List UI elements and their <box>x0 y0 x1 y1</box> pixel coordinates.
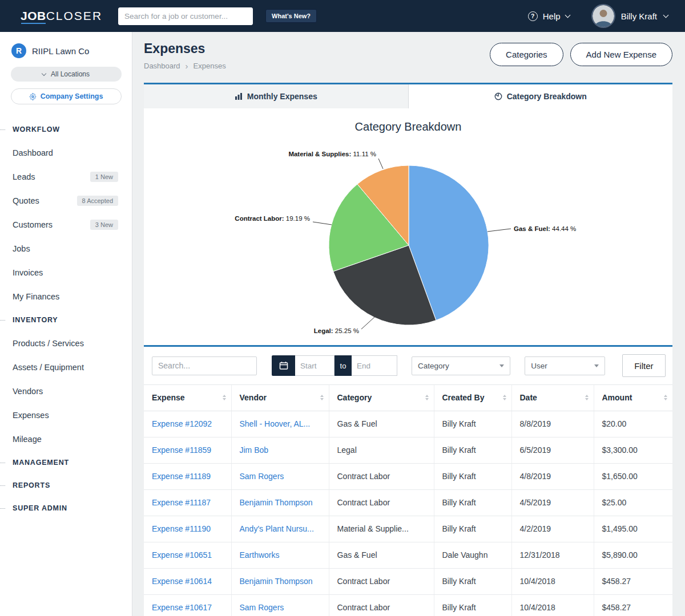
table-search-input[interactable] <box>152 356 257 375</box>
sidebar-item-products-services[interactable]: Products / Services <box>0 331 132 355</box>
cell-expense[interactable]: Expense #11189 <box>144 463 231 489</box>
column-header-vendor[interactable]: Vendor <box>231 385 329 411</box>
category-breakdown-chart: Category Breakdown Gas & Fuel: 44.44 %Le… <box>144 108 672 345</box>
global-search-input[interactable] <box>118 7 253 25</box>
avatar-image <box>593 5 614 27</box>
nav-section-workflow[interactable]: WORKFLOW <box>0 118 132 141</box>
cell-category: Material & Supplie... <box>329 516 434 542</box>
column-header-date[interactable]: Date <box>511 385 594 411</box>
page-actions: Categories Add New Expense <box>490 41 672 66</box>
app-logo[interactable]: JOBCLOSER <box>21 9 102 23</box>
cell-created-by: Billy Kraft <box>434 411 511 437</box>
add-new-expense-button[interactable]: Add New Expense <box>570 43 672 66</box>
dropdown-arrow-icon <box>594 364 599 367</box>
user-select[interactable]: User <box>525 356 605 375</box>
sidebar-item-my-finances[interactable]: My Finances <box>0 285 132 309</box>
calendar-button[interactable] <box>272 355 295 376</box>
nav-section-inventory[interactable]: INVENTORY <box>0 309 132 331</box>
cell-category: Contract Labor <box>329 594 434 616</box>
cell-date: 4/2/2019 <box>511 516 594 542</box>
nav-section-label: INVENTORY <box>13 316 58 324</box>
main-content: Expenses Dashboard › Expenses Categories… <box>133 32 685 616</box>
sidebar-item-jobs[interactable]: Jobs <box>0 237 132 261</box>
cell-vendor[interactable]: Andy's Plant Nursu... <box>231 516 329 542</box>
table-header: ExpenseVendorCategoryCreated ByDateAmoun… <box>144 385 672 411</box>
chevron-down-icon <box>565 12 570 18</box>
column-header-created-by[interactable]: Created By <box>434 385 511 411</box>
cell-expense[interactable]: Expense #10651 <box>144 542 231 568</box>
cell-expense[interactable]: Expense #10614 <box>144 568 231 594</box>
company-settings-label: Company Settings <box>41 92 103 100</box>
sidebar-item-expenses[interactable]: Expenses <box>0 403 132 427</box>
cell-vendor[interactable]: Earthworks <box>231 542 329 568</box>
cell-expense[interactable]: Expense #12092 <box>144 411 231 437</box>
table-row: Expense #11859Jim BobLegalBilly Kraft6/5… <box>144 437 672 463</box>
breadcrumb-dashboard[interactable]: Dashboard <box>144 62 180 70</box>
sidebar-item-customers[interactable]: Customers3 New <box>0 213 132 237</box>
nav-section-super-admin[interactable]: SUPER ADMIN <box>0 497 132 520</box>
end-date-input[interactable] <box>352 355 397 376</box>
cell-amount: $5,890.00 <box>594 542 672 568</box>
breadcrumb-expenses: Expenses <box>194 62 226 70</box>
category-select[interactable]: Category <box>412 356 510 375</box>
cell-category: Gas & Fuel <box>329 542 434 568</box>
user-menu[interactable]: Billy Kraft <box>593 5 668 27</box>
cell-created-by: Dale Vaughn <box>434 542 511 568</box>
company-header[interactable]: R RIIPL Lawn Co <box>0 32 132 58</box>
column-header-amount[interactable]: Amount <box>594 385 672 411</box>
pie-chart-icon <box>494 92 502 100</box>
cell-created-by: Billy Kraft <box>434 489 511 516</box>
cell-date: 12/31/2018 <box>511 542 594 568</box>
sort-icon <box>425 395 429 400</box>
nav-section-reports[interactable]: REPORTS <box>0 474 132 497</box>
nav-section-management[interactable]: MANAGEMENT <box>0 451 132 474</box>
table-row: Expense #10617Sam RogersContract LaborBi… <box>144 594 672 616</box>
categories-button[interactable]: Categories <box>490 43 563 66</box>
cell-expense[interactable]: Expense #11859 <box>144 437 231 463</box>
column-label: Date <box>520 393 537 402</box>
sidebar-item-dashboard[interactable]: Dashboard <box>0 141 132 165</box>
tab-monthly-expenses[interactable]: Monthly Expenses <box>144 84 409 108</box>
column-header-category[interactable]: Category <box>329 385 434 411</box>
sidebar-item-assets-equipment[interactable]: Assets / Equipment <box>0 355 132 379</box>
whats-new-button[interactable]: What's New? <box>265 9 317 23</box>
sidebar-item-mileage[interactable]: Mileage <box>0 427 132 451</box>
sidebar-item-leads[interactable]: Leads1 New <box>0 165 132 189</box>
filter-button[interactable]: Filter <box>622 354 666 377</box>
sidebar-item-quotes[interactable]: Quotes8 Accepted <box>0 189 132 213</box>
item-badge: 1 New <box>90 172 118 182</box>
expenses-table: ExpenseVendorCategoryCreated ByDateAmoun… <box>144 385 672 616</box>
pie-slice-label-contract-labor: Contract Labor: 19.19 % <box>235 215 310 222</box>
cell-vendor[interactable]: Sam Rogers <box>231 463 329 489</box>
cell-created-by: Billy Kraft <box>434 594 511 616</box>
cell-vendor[interactable]: Shell - Hoover, AL... <box>231 411 329 437</box>
company-logo: R <box>11 43 26 58</box>
cell-expense[interactable]: Expense #11187 <box>144 489 231 516</box>
company-settings-button[interactable]: Company Settings <box>11 88 122 104</box>
cell-vendor[interactable]: Sam Rogers <box>231 594 329 616</box>
company-name: RIIPL Lawn Co <box>32 46 89 56</box>
cell-expense[interactable]: Expense #10617 <box>144 594 231 616</box>
filter-bar: to Category User Filter <box>144 347 672 385</box>
pie-label-leader-line <box>361 317 374 329</box>
help-menu[interactable]: ? Help <box>528 11 570 21</box>
start-date-input[interactable] <box>295 355 335 376</box>
cell-vendor[interactable]: Benjamin Thompson <box>231 489 329 516</box>
pie-chart: Gas & Fuel: 44.44 %Legal: 25.25 %Contrac… <box>144 108 672 345</box>
locations-dropdown[interactable]: All Locations <box>11 67 122 82</box>
cell-category: Legal <box>329 437 434 463</box>
pie-slice-label-legal: Legal: 25.25 % <box>314 327 359 334</box>
tab-category-breakdown[interactable]: Category Breakdown <box>409 84 673 108</box>
sidebar-item-vendors[interactable]: Vendors <box>0 379 132 403</box>
cell-amount: $1,650.00 <box>594 463 672 489</box>
cell-vendor[interactable]: Benjamin Thompson <box>231 568 329 594</box>
chevron-down-icon <box>42 71 46 75</box>
cell-expense[interactable]: Expense #11190 <box>144 516 231 542</box>
page-header: Expenses Dashboard › Expenses Categories… <box>144 32 672 83</box>
cell-vendor[interactable]: Jim Bob <box>231 437 329 463</box>
column-label: Created By <box>442 393 485 402</box>
sidebar-item-invoices[interactable]: Invoices <box>0 261 132 285</box>
cell-amount: $458.27 <box>594 594 672 616</box>
calendar-icon <box>279 361 288 370</box>
column-header-expense[interactable]: Expense <box>144 385 231 411</box>
